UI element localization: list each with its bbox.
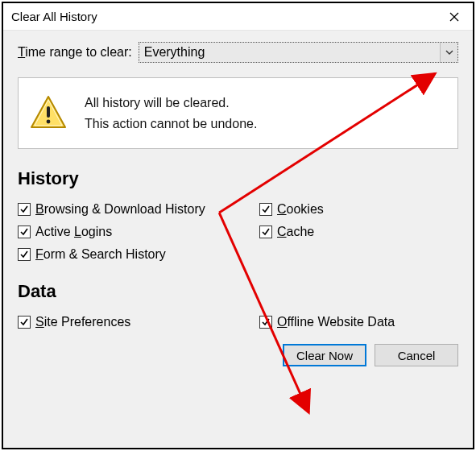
section-data-title: Data [18, 281, 458, 302]
svg-rect-4 [47, 106, 50, 118]
checkbox-icon [259, 226, 272, 238]
chevron-down-icon [445, 50, 453, 55]
warning-line1: All history will be cleared. [85, 93, 257, 114]
section-history-title: History [18, 168, 458, 189]
time-range-select-wrap: Everything [139, 42, 458, 63]
check-active-logins[interactable]: Active Logins [18, 225, 251, 239]
check-cookies[interactable]: Cookies [259, 202, 458, 217]
data-checks: Site Preferences Offline Website Data [18, 315, 458, 329]
clear-now-button[interactable]: Clear Now [283, 344, 366, 366]
close-button[interactable] [436, 3, 473, 31]
checkbox-icon [18, 203, 31, 216]
time-range-value: Everything [144, 45, 205, 60]
check-offline-data[interactable]: Offline Website Data [259, 315, 458, 329]
checkbox-icon [18, 248, 31, 261]
time-range-row: Time range to clear: Everything [18, 42, 458, 63]
history-checks: Browsing & Download History Cookies Acti… [18, 202, 458, 262]
button-row: Clear Now Cancel [18, 344, 458, 366]
checkbox-icon [18, 226, 31, 238]
checkbox-icon [259, 203, 272, 216]
dialog-window: Clear All History Time range to clear: E… [2, 2, 474, 449]
titlebar: Clear All History [3, 3, 473, 31]
check-site-preferences[interactable]: Site Preferences [18, 315, 251, 329]
dialog-content: Time range to clear: Everything [3, 31, 473, 381]
warning-text: All history will be cleared. This action… [85, 93, 257, 134]
close-icon [449, 12, 459, 22]
dropdown-arrow[interactable] [440, 43, 457, 62]
check-form-history[interactable]: Form & Search History [18, 247, 251, 262]
warning-box: All history will be cleared. This action… [18, 77, 458, 149]
checkbox-icon [18, 316, 31, 329]
warning-icon [30, 95, 67, 131]
svg-point-5 [47, 120, 51, 124]
checkbox-icon [259, 316, 272, 329]
cancel-button[interactable]: Cancel [375, 344, 458, 366]
check-browsing-history[interactable]: Browsing & Download History [18, 202, 251, 217]
time-range-select[interactable]: Everything [139, 42, 458, 63]
check-cache[interactable]: Cache [259, 225, 458, 239]
warning-line2: This action cannot be undone. [85, 114, 257, 134]
time-range-label: Time range to clear: [18, 45, 132, 60]
window-title: Clear All History [11, 10, 97, 23]
